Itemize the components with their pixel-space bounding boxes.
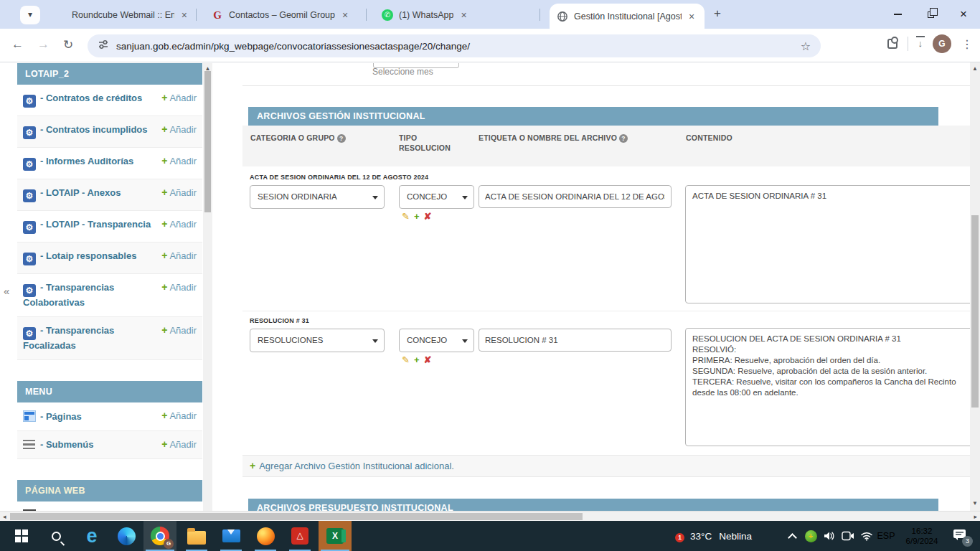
help-icon[interactable]: ? — [619, 134, 628, 143]
wifi-tray-button[interactable] — [858, 521, 875, 551]
forward-button[interactable]: → — [37, 37, 50, 52]
page-horizontal-scrollbar[interactable]: ◂ ▸ — [0, 511, 980, 521]
minimize-button[interactable] — [881, 0, 914, 29]
tab-roundcube[interactable]: Roundcube Webmail :: Enviados × — [47, 4, 194, 26]
edit-pencil-icon[interactable]: ✎ — [402, 211, 414, 222]
sidebar-item-transparencias-focalizadas[interactable]: ⚙- Transparencias Focalizadas +Añadir — [17, 317, 202, 360]
downloads-button[interactable]: ↓ — [918, 40, 923, 47]
help-icon[interactable]: ? — [337, 134, 346, 143]
taskbar-firefox-button[interactable] — [250, 521, 281, 551]
reload-button[interactable]: ↻ — [63, 37, 73, 52]
row1-etiqueta-input[interactable] — [479, 185, 672, 208]
sidebar-item-label: - Páginas — [40, 411, 82, 422]
add-link[interactable]: +Añadir — [161, 324, 197, 336]
row2-categoria-select[interactable]: RESOLUCIONES — [250, 329, 385, 352]
weather-widget[interactable]: 1 33°C Neblina — [682, 521, 752, 551]
add-link[interactable]: +Añadir — [161, 92, 197, 104]
add-link[interactable]: +Añadir — [161, 281, 197, 293]
add-link[interactable]: +Añadir — [161, 250, 197, 262]
clock-widget[interactable]: 16:32 6/9/2024 — [898, 521, 946, 551]
row1-tipo-select[interactable]: CONCEJO — [399, 185, 474, 209]
antivirus-tray-icon[interactable]: + — [802, 521, 819, 551]
meet-now-tray-button[interactable] — [839, 521, 857, 551]
add-link[interactable]: +Añadir — [161, 155, 197, 167]
scroll-down-icon[interactable]: ▼ — [970, 500, 980, 507]
address-bar[interactable]: sanjuan.gob.ec/admin/pkg_webpage/convoca… — [88, 34, 821, 57]
add-archivo-row[interactable]: +Agregar Archivo Gestión Institucional a… — [242, 455, 970, 477]
sidebar-item-contratos-creditos[interactable]: ⚙- Contratos de créditos +Añadir — [17, 85, 202, 116]
taskbar-excel-button[interactable]: X — [319, 521, 352, 551]
start-button[interactable] — [6, 521, 37, 551]
volume-tray-button[interactable] — [821, 521, 838, 551]
close-window-button[interactable]: × — [947, 0, 980, 29]
action-center-button[interactable]: 3 — [947, 521, 973, 551]
row1-inline-actions: ✎+✘ — [402, 211, 435, 222]
tab-search-button[interactable]: ▾ — [20, 6, 40, 24]
page-vertical-scrollbar[interactable]: ▲ ▼ — [970, 62, 980, 511]
sidebar-item-contratos-incumplidos[interactable]: ⚙- Contratos incumplidos +Añadir — [17, 116, 202, 148]
delete-x-icon[interactable]: ✘ — [424, 354, 436, 365]
new-tab-button[interactable]: + — [714, 6, 721, 21]
site-settings-icon[interactable] — [98, 39, 109, 53]
add-plus-icon[interactable]: + — [414, 354, 424, 365]
scroll-left-icon[interactable]: ◂ — [3, 513, 6, 520]
taskbar-acrobat-button[interactable]: △ — [284, 521, 316, 551]
delete-x-icon[interactable]: ✘ — [424, 211, 436, 222]
sidebar-collapse-button[interactable]: « — [4, 285, 9, 297]
sidebar-item-lotaip-anexos[interactable]: ⚙- LOTAIP - Anexos +Añadir — [17, 179, 202, 211]
taskbar-chrome-button[interactable]: G — [143, 521, 176, 551]
tab-gestion-active[interactable]: Gestión Institucional [Agosto-2 × — [550, 4, 705, 29]
tray-expand-button[interactable] — [783, 521, 801, 551]
close-tab-icon[interactable]: × — [461, 9, 466, 21]
close-tab-icon[interactable]: × — [689, 11, 694, 22]
scrollbar-thumb[interactable] — [10, 513, 583, 520]
sidebar-item-paginas[interactable]: - Páginas +Añadir — [17, 402, 202, 431]
row2-tipo-select[interactable]: CONCEJO — [399, 329, 474, 352]
bookmark-star-icon[interactable]: ☆ — [801, 39, 811, 53]
sidebar-item-pagina-web-partial[interactable]: +Añadir — [17, 501, 202, 511]
row2-etiqueta-input[interactable] — [479, 329, 672, 352]
taskbar-search-button[interactable] — [40, 521, 72, 551]
back-button[interactable]: ← — [11, 37, 24, 52]
plus-icon: + — [161, 250, 167, 261]
plus-icon: + — [161, 187, 167, 198]
language-indicator[interactable]: ESP — [874, 521, 898, 551]
scrollbar-thumb[interactable] — [204, 71, 211, 212]
add-link[interactable]: +Añadir — [161, 410, 197, 422]
url-text[interactable]: sanjuan.gob.ec/admin/pkg_webpage/convoca… — [116, 41, 793, 52]
edge-icon — [118, 527, 136, 545]
add-link[interactable]: +Añadir — [161, 438, 197, 451]
edit-pencil-icon[interactable]: ✎ — [402, 354, 414, 365]
scroll-up-icon[interactable]: ▲ — [970, 65, 980, 72]
menu-kebab-icon[interactable]: ⋮ — [961, 37, 973, 51]
sidebar-item-lotaip-responsables[interactable]: ⚙- Lotaip responsables +Añadir — [17, 242, 202, 274]
tab-contactos[interactable]: G Contactos – Geomil Group × — [204, 4, 361, 26]
taskbar-explorer-button[interactable] — [181, 521, 212, 551]
close-tab-icon[interactable]: × — [342, 9, 348, 21]
sidebar-item-transparencias-colaborativas[interactable]: ⚙- Transparencias Colaborativas +Añadir — [17, 274, 202, 317]
row1-categoria-select[interactable]: SESION ORDINARIA — [250, 185, 385, 209]
profile-avatar[interactable]: G — [933, 34, 951, 53]
sidebar-item-submenus[interactable]: - Submenús +Añadir — [17, 431, 202, 459]
sidebar-scrollbar[interactable]: ▲ — [203, 63, 212, 511]
add-plus-icon[interactable]: + — [414, 211, 424, 222]
close-tab-icon[interactable]: × — [182, 9, 187, 21]
taskbar-mail-button[interactable] — [215, 521, 247, 551]
taskbar-edge-button[interactable] — [110, 521, 142, 551]
tab-whatsapp[interactable]: ✆ (1) WhatsApp × — [374, 4, 532, 26]
sidebar-item-label: - Lotaip responsables — [40, 250, 136, 261]
add-link[interactable]: +Añadir — [161, 187, 197, 199]
sidebar-item-informes-auditorias[interactable]: ⚙- Informes Auditorías +Añadir — [17, 148, 202, 179]
row1-contenido-textarea[interactable]: ACTA DE SESION ORDINARIA # 31 — [685, 185, 970, 303]
restore-button[interactable] — [914, 0, 947, 29]
scroll-right-icon[interactable]: ▸ — [974, 513, 977, 520]
add-link[interactable]: +Añadir — [161, 123, 197, 136]
taskbar-ie-button[interactable]: e — [76, 521, 108, 551]
sidebar-item-lotaip-transparencia[interactable]: ⚙- LOTAIP - Transparencia +Añadir — [17, 211, 202, 242]
tab-separator — [540, 9, 540, 21]
scrollbar-thumb[interactable] — [971, 215, 979, 408]
pages-layout-icon — [23, 410, 36, 422]
extensions-icon[interactable] — [887, 39, 897, 49]
add-link[interactable]: +Añadir — [161, 218, 197, 230]
row2-contenido-textarea[interactable]: RESOLUCION DEL ACTA DE SESION ORDINARIA … — [685, 328, 970, 446]
